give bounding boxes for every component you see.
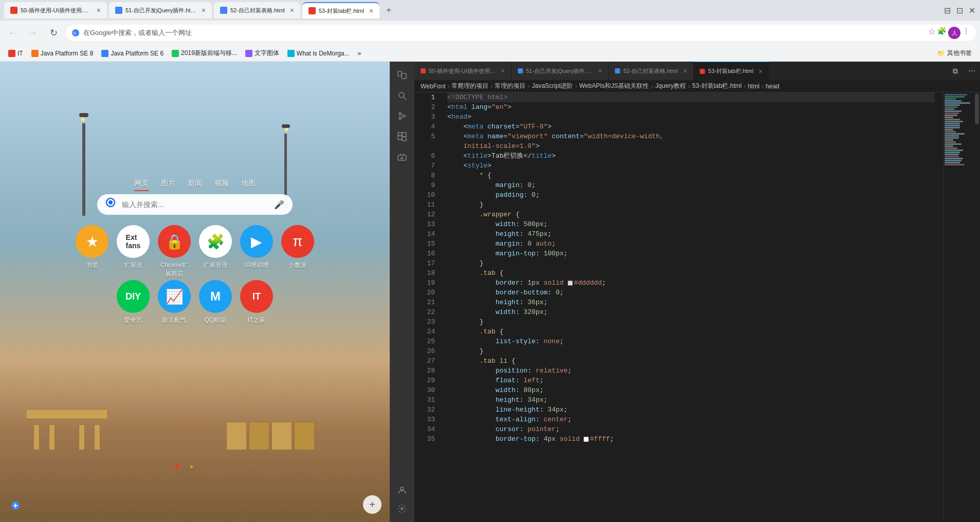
vscode-tab-2[interactable]: 51-自己开发jQuery插件.html × <box>512 62 609 80</box>
bookmark-folder[interactable]: 📁 其他书签 <box>935 49 974 58</box>
breadcrumb-jquery[interactable]: Jquery教程 <box>655 82 686 90</box>
close-window-button[interactable]: ✕ <box>968 6 976 14</box>
breadcrumb-html[interactable]: html <box>748 83 759 90</box>
shortcut-bookmark[interactable]: ★ 书签 <box>76 225 108 278</box>
scrollbar-thumb[interactable] <box>975 94 979 124</box>
bookmark-more-indicator[interactable]: » <box>356 50 364 57</box>
code-editor[interactable]: <!DOCTYPE html> <html lang="en"> <head> … <box>439 92 943 522</box>
baidu-search-container: 🎤 <box>97 194 293 215</box>
refresh-button[interactable]: ↻ <box>45 25 62 41</box>
minimap-line-1 <box>945 94 967 96</box>
vscode-scrollbar[interactable] <box>974 92 980 522</box>
breadcrumb-sep-1: › <box>447 83 449 90</box>
vs-tab-close-2[interactable]: × <box>598 67 602 75</box>
back-button[interactable]: ← <box>4 25 21 41</box>
shortcut-extfans[interactable]: Extfans 扩展送 <box>117 225 150 278</box>
breadcrumb-head[interactable]: head <box>766 83 779 90</box>
vscode-tab-3[interactable]: 52-自己封装表格.html × <box>609 62 694 80</box>
remote-icon[interactable] <box>393 148 411 166</box>
shortcut-iqiyi[interactable]: DIY 爱奇艺 <box>117 280 150 325</box>
baidu-search-bar[interactable]: 🎤 <box>97 194 293 215</box>
shortcut-ext-manage[interactable]: 🧩 扩展管理 <box>199 225 232 278</box>
breadcrumb-project2[interactable]: 常理的项目 <box>495 82 525 90</box>
nav-tab-news[interactable]: 新闻 <box>188 179 202 191</box>
account-icon[interactable] <box>393 481 411 499</box>
bookmark-java8[interactable]: Java Platform SE 8 <box>29 50 96 57</box>
line-num-5: 5 <box>419 132 435 141</box>
settings-icon[interactable] <box>393 499 411 518</box>
extensions-icon[interactable] <box>393 127 411 146</box>
search-input[interactable] <box>122 200 270 209</box>
shortcut-xjpq[interactable]: 📈 新京配气 <box>158 280 191 325</box>
breadcrumb-webfont[interactable]: WebFont <box>421 83 445 90</box>
forward-button[interactable]: → <box>25 25 41 41</box>
google-logo-corner <box>6 496 25 517</box>
svg-point-18 <box>401 508 403 510</box>
tab-close-1[interactable]: × <box>97 6 101 14</box>
shortcut-icon-extfans: Extfans <box>117 225 150 258</box>
split-editor-button[interactable]: ⧉ <box>947 62 964 80</box>
more-button[interactable]: ⋮ <box>963 27 970 39</box>
line-num-26: 26 <box>419 346 435 356</box>
address-bar[interactable]: G 在Google中搜索，或者输入一个网址 ☆ 🧩 人 ⋮ <box>66 25 976 41</box>
explorer-icon[interactable] <box>393 66 411 84</box>
breadcrumb-jsadvanced[interactable]: JavaScript进阶 <box>532 82 573 90</box>
vs-tab-title-3: 52-自己封装表格.html <box>623 67 678 75</box>
bookmark-star-icon[interactable]: ☆ <box>928 27 935 39</box>
vs-tab-close-3[interactable]: × <box>683 67 687 75</box>
nav-tab-web[interactable]: 网页 <box>134 179 149 191</box>
voice-search-icon[interactable]: 🎤 <box>274 200 284 210</box>
profile-icon[interactable]: 人 <box>948 27 960 39</box>
shortcut-icon-iqiyi: DIY <box>117 280 150 313</box>
tab-favicon-4 <box>308 7 316 14</box>
tab-controls: ⊟ ⊡ ✕ <box>943 6 976 14</box>
line-num-8: 8 <box>419 171 435 180</box>
nav-tab-map[interactable]: 地图 <box>241 179 256 191</box>
minimap-line-23 <box>945 139 953 141</box>
vs-tab-close-1[interactable]: × <box>501 67 505 75</box>
code-line-4: <meta charset="UTF-8"> <box>447 122 935 132</box>
browser-tab-3[interactable]: 52-自己封装表格.html × <box>214 2 300 18</box>
minimap-line-11 <box>945 115 957 116</box>
nav-tab-images[interactable]: 图片 <box>161 179 175 191</box>
browser-tab-4[interactable]: 53-封装tab栏.html × <box>302 2 379 18</box>
bookmark-course[interactable]: 2019新版前端与移... <box>170 49 239 58</box>
code-line-25: list-style: none; <box>447 337 935 346</box>
add-shortcut-button[interactable]: + <box>363 495 382 514</box>
bookmark-font[interactable]: 文字图体 <box>243 49 281 58</box>
shortcut-bilibili[interactable]: ▶ 叩哩叩哩 <box>240 225 273 278</box>
tab-close-4[interactable]: × <box>369 7 373 15</box>
tab-close-3[interactable]: × <box>290 6 294 14</box>
breadcrumb-webapis[interactable]: WebAPIs和JS基础关联性 <box>579 82 649 90</box>
browser-tab-2[interactable]: 51-自己开发jQuery插件.html × <box>109 2 212 18</box>
search-icon[interactable] <box>393 86 411 105</box>
bookmark-demorga[interactable]: What is DeMorga... <box>285 50 352 57</box>
shortcut-qqmail[interactable]: M QQ邮箱 <box>199 280 232 325</box>
vs-tab-close-4[interactable]: × <box>758 67 763 76</box>
breadcrumb-project1[interactable]: 常爬理的项目 <box>451 82 488 90</box>
nav-tab-video[interactable]: 视频 <box>214 179 229 191</box>
more-actions-button[interactable]: ⋯ <box>964 62 980 80</box>
svg-line-8 <box>404 97 406 100</box>
shortcut-sspai[interactable]: π 少数派 <box>281 225 314 278</box>
vscode-tab-1[interactable]: 50-插件使用-UI插件使用.html × <box>414 62 512 80</box>
shortcut-chrome-store[interactable]: 🔒 Chrome扩展商店 <box>158 225 191 278</box>
code-line-18: .tab { <box>447 268 935 278</box>
svg-point-17 <box>401 487 404 490</box>
source-control-icon[interactable] <box>393 107 411 125</box>
code-line-9: margin: 0; <box>447 180 935 190</box>
vscode-tab-4[interactable]: 53-封装tab栏.html × <box>694 62 769 80</box>
minimize-button[interactable]: ⊟ <box>943 6 951 14</box>
browser-tab-1[interactable]: 50-插件使用-UI插件使用.html × <box>4 2 107 18</box>
bookmark-java6[interactable]: Java Platform SE 6 <box>99 50 166 57</box>
line-num-14: 14 <box>419 229 435 239</box>
shortcut-ithome[interactable]: IT IT之家 <box>240 280 273 325</box>
new-tab-button[interactable]: + <box>382 3 396 17</box>
lamp-light-right <box>285 128 288 132</box>
lamp-head-right <box>282 124 290 128</box>
extension-icon[interactable]: 🧩 <box>937 27 946 39</box>
breadcrumb-file[interactable]: 53-封装tab栏.html <box>692 82 741 90</box>
tab-close-2[interactable]: × <box>202 6 206 14</box>
maximize-button[interactable]: ⊡ <box>955 6 964 14</box>
bookmark-it[interactable]: IT <box>6 50 25 57</box>
